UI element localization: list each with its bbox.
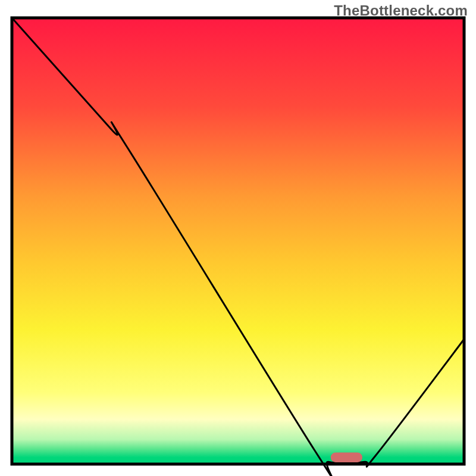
- plot-area: [12, 18, 464, 476]
- gradient-background: [12, 18, 464, 464]
- bottleneck-marker: [331, 453, 362, 463]
- chart-stage: TheBottleneck.com: [0, 0, 476, 476]
- bottleneck-chart: [0, 0, 476, 476]
